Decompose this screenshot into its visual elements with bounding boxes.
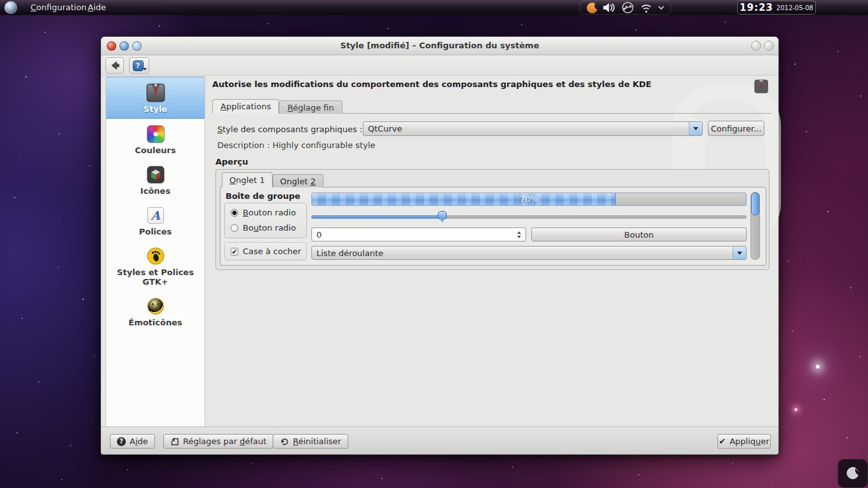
spin-up-icon[interactable] xyxy=(517,231,521,234)
sidebar-item-label: Icônes xyxy=(109,187,202,196)
preview-frame: Onglet 1 Onglet 2 Boîte de groupe Bouton… xyxy=(215,169,770,270)
pink-star xyxy=(794,408,797,411)
menu-configuration[interactable]: Configuration xyxy=(31,3,86,12)
help-footer-button[interactable]: ? Aide xyxy=(110,434,155,449)
preview-tab-bar: Onglet 1 Onglet 2 xyxy=(222,172,323,187)
radio-unselected-icon xyxy=(231,224,238,232)
radio-selected-icon xyxy=(231,209,238,217)
sidebar-item-style[interactable]: Style xyxy=(106,77,205,119)
tab-onglet-2[interactable]: Onglet 2 xyxy=(273,174,323,187)
sidebar-item-couleurs[interactable]: Couleurs xyxy=(106,119,205,159)
combobox-value: Liste déroulante xyxy=(312,248,733,258)
tab-applications[interactable]: Applications xyxy=(212,99,279,114)
radio-bouton-radio-2[interactable]: Bouton radio xyxy=(231,223,296,233)
groupbox-frame: Bouton radio Bouton radio xyxy=(224,203,307,238)
gnome-foot-icon xyxy=(109,246,202,266)
main-tab-bar: Applications Réglage fin xyxy=(212,99,342,114)
top-panel: Configuration Aide 19:23 2012-05-08 xyxy=(0,0,868,15)
progress-value: 70% xyxy=(312,194,746,204)
window-title: Style [modifié] – Configuration du systè… xyxy=(101,41,778,50)
radio-label: Bouton radio xyxy=(243,223,296,233)
system-tray xyxy=(580,1,671,15)
style-module-icon xyxy=(754,79,768,95)
radio-label: Bouton radio xyxy=(243,208,296,217)
slider[interactable] xyxy=(311,210,747,223)
checkbox-frame: ✔ Case à cocher xyxy=(224,242,307,261)
sidebar-item-icones[interactable]: Icônes xyxy=(106,159,205,200)
preview-combobox[interactable]: Liste déroulante xyxy=(311,246,747,260)
checkbox-label: Case à cocher xyxy=(243,247,301,256)
preview-title: Aperçu xyxy=(215,157,248,166)
reset-button[interactable]: Réinitialiser xyxy=(273,434,348,449)
color-wheel-icon xyxy=(109,124,202,144)
icons-cube-icon xyxy=(109,165,202,185)
sidebar-item-gtk[interactable]: Styles et Polices GTK+ xyxy=(106,241,205,291)
preview-scrollbar[interactable] xyxy=(750,192,760,260)
apply-button[interactable]: ✔ Appliquer xyxy=(717,434,771,449)
help-dropdown-caret-icon xyxy=(143,68,147,71)
wifi-icon[interactable] xyxy=(640,3,653,13)
tab-onglet-1[interactable]: Onglet 1 xyxy=(222,172,273,187)
smiley-icon xyxy=(109,296,202,316)
sidebar-item-label: Polices xyxy=(109,227,202,237)
sidebar-item-label: Style xyxy=(109,105,202,114)
sidebar-item-label: Couleurs xyxy=(109,146,202,156)
progress-bar: 70% xyxy=(311,193,747,206)
shade-button[interactable] xyxy=(764,41,774,51)
desktop-toolbox[interactable] xyxy=(837,459,868,488)
slider-handle[interactable] xyxy=(438,211,447,219)
style-description: Description : Highly configurable style xyxy=(217,140,376,150)
system-settings-window: Style [modifié] – Configuration du systè… xyxy=(100,36,779,455)
preview-tab-page: Boîte de groupe Bouton radio Bouton radi… xyxy=(220,187,766,266)
combobox-arrow-icon xyxy=(689,122,702,135)
sidebar-item-label: Styles et Polices GTK+ xyxy=(109,268,202,287)
sidebar-item-polices[interactable]: A Polices xyxy=(106,200,205,241)
question-icon: ? xyxy=(117,437,126,446)
slider-fill xyxy=(311,215,442,219)
tab-reglage-fin[interactable]: Réglage fin xyxy=(279,100,342,114)
groupbox-title: Boîte de groupe xyxy=(226,191,301,201)
crescent-icon xyxy=(846,466,860,480)
tray-expand-chevron-icon[interactable] xyxy=(658,5,665,10)
help-button[interactable]: ? xyxy=(129,57,149,74)
sidebar-item-emoticones[interactable]: Émoticônes xyxy=(106,291,205,332)
defaults-button[interactable]: Réglages par défaut xyxy=(163,434,273,449)
radio-bouton-radio-1[interactable]: Bouton radio xyxy=(231,208,296,217)
defaults-icon xyxy=(170,437,179,446)
keep-above-button[interactable] xyxy=(751,41,761,51)
desktop: Configuration Aide 19:23 2012-05-08 xyxy=(0,0,868,488)
sidebar-item-label: Émoticônes xyxy=(109,318,202,328)
preview-button[interactable]: Bouton xyxy=(531,227,747,241)
back-button[interactable] xyxy=(105,57,124,74)
scrollbar-thumb[interactable] xyxy=(751,193,759,215)
undo-icon xyxy=(280,437,289,445)
clock-time: 19:23 xyxy=(740,2,773,13)
fonts-icon: A xyxy=(109,205,202,226)
help-icon: ? xyxy=(133,60,144,71)
main-content: Autorise les modifications du comporteme… xyxy=(210,76,771,428)
back-arrow-icon xyxy=(109,60,121,71)
widget-style-combobox[interactable]: QtCurve xyxy=(363,121,703,136)
volume-icon[interactable] xyxy=(603,3,616,13)
checkbox-checked-icon: ✔ xyxy=(231,248,238,255)
checkbox-case-a-cocher[interactable]: ✔ Case à cocher xyxy=(231,247,301,256)
style-suit-icon xyxy=(109,83,202,103)
menu-aide[interactable]: Aide xyxy=(88,3,106,12)
titlebar[interactable]: Style [modifié] – Configuration du systè… xyxy=(101,37,778,55)
spinbox[interactable]: 0 xyxy=(311,227,526,241)
widget-style-label: Style des composants graphiques : xyxy=(217,125,362,134)
klipper-icon[interactable] xyxy=(586,2,598,14)
toolbar: ? xyxy=(101,55,778,76)
spinbox-value: 0 xyxy=(312,230,514,240)
launcher-icon[interactable] xyxy=(4,1,17,14)
usb-device-icon[interactable] xyxy=(621,1,634,14)
spinbox-arrows[interactable] xyxy=(514,231,526,238)
bright-star xyxy=(816,365,820,369)
combobox-arrow-icon xyxy=(733,247,746,259)
clock-date: 2012-05-08 xyxy=(776,4,813,11)
clock-widget[interactable]: 19:23 2012-05-08 xyxy=(737,1,816,15)
page-header: Autorise les modifications du comporteme… xyxy=(212,79,733,89)
sidebar: Style Couleurs Icônes A Polices Style xyxy=(105,76,205,428)
configure-button[interactable]: Configurer... xyxy=(708,121,764,136)
spin-down-icon[interactable] xyxy=(517,236,521,238)
